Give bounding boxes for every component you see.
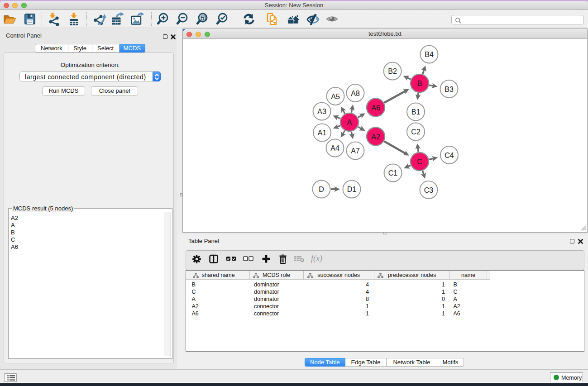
svg-text:A7: A7 <box>351 147 360 155</box>
svg-text:A6: A6 <box>371 104 380 112</box>
svg-text:A1: A1 <box>318 129 327 137</box>
svg-text:C1: C1 <box>388 169 398 177</box>
svg-text:B1: B1 <box>411 108 421 116</box>
svg-text:B: B <box>417 80 422 87</box>
svg-text:C3: C3 <box>424 186 434 194</box>
svg-text:A2: A2 <box>371 133 380 141</box>
svg-text:C2: C2 <box>411 128 421 136</box>
svg-text:B3: B3 <box>445 86 454 93</box>
svg-text:D1: D1 <box>347 186 357 193</box>
svg-text:C: C <box>417 158 422 166</box>
svg-text:A: A <box>347 119 352 126</box>
svg-text:B2: B2 <box>388 67 397 75</box>
svg-text:D: D <box>319 186 324 193</box>
svg-text:A3: A3 <box>317 108 326 115</box>
svg-text:B4: B4 <box>425 51 434 58</box>
svg-text:A8: A8 <box>351 90 360 97</box>
svg-text:A4: A4 <box>330 144 339 152</box>
svg-text:A5: A5 <box>331 93 340 100</box>
svg-text:C4: C4 <box>445 152 454 159</box>
